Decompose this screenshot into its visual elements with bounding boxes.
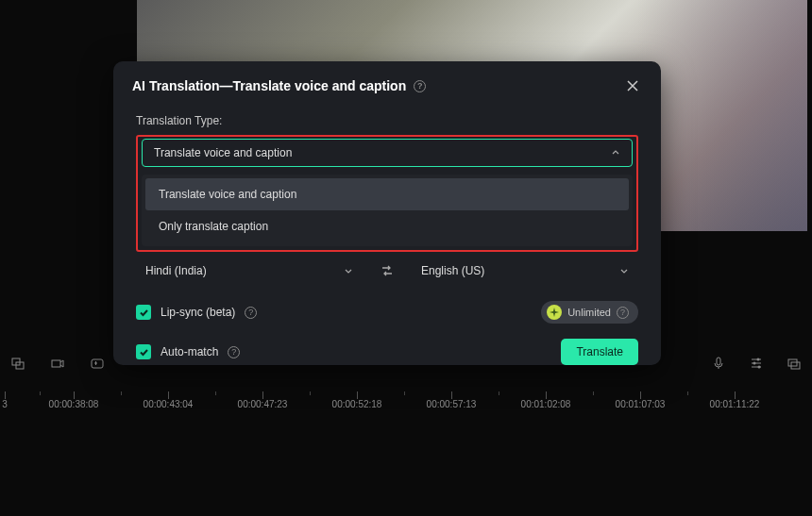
timeline-tick-minor <box>40 391 41 395</box>
automatch-label: Auto-match <box>161 345 218 358</box>
option-label: Translate voice and caption <box>159 188 296 201</box>
timeline-tick <box>546 391 547 399</box>
option-only-caption[interactable]: Only translate caption <box>145 210 629 242</box>
unlimited-text: Unlimited <box>567 307 611 318</box>
translation-type-select[interactable]: Translate voice and caption <box>142 139 633 167</box>
timeline-tick <box>735 391 736 399</box>
timeline-label: 00:00:38:08 <box>49 399 99 409</box>
target-language-select[interactable]: English (US) <box>412 258 638 284</box>
camera-tool-icon[interactable] <box>49 355 66 372</box>
close-button[interactable] <box>623 76 642 95</box>
svg-point-5 <box>757 358 760 361</box>
chevron-down-icon <box>344 266 353 275</box>
dialog-title: AI Translation—Translate voice and capti… <box>132 78 426 93</box>
timeline-tick <box>262 391 263 399</box>
svg-point-7 <box>758 366 761 369</box>
close-icon <box>626 79 639 92</box>
timeline-tick <box>74 391 75 399</box>
timeline-label: 00:00:57:13 <box>427 399 477 409</box>
translation-type-value: Translate voice and caption <box>154 146 292 159</box>
timeline-tick <box>451 391 452 399</box>
media-tool-icon[interactable] <box>9 355 26 372</box>
timeline-tick-minor <box>593 391 594 395</box>
svg-rect-2 <box>52 360 60 367</box>
dialog-title-text: AI Translation—Translate voice and capti… <box>132 78 406 93</box>
lipsync-toggle-group: Lip-sync (beta) ? <box>136 305 257 320</box>
automatch-toggle-group: Auto-match ? <box>136 344 240 359</box>
timeline-label: 3 <box>2 399 8 409</box>
help-icon[interactable]: ? <box>617 307 629 319</box>
dialog-body: Translation Type: Translate voice and ca… <box>113 107 661 380</box>
check-icon <box>139 308 149 318</box>
timeline-label: 00:01:07:03 <box>616 399 666 409</box>
timeline-label: 00:00:43:04 <box>144 399 194 409</box>
chevron-up-icon <box>611 148 620 158</box>
automatch-row: Auto-match ? Translate <box>136 339 638 365</box>
dialog-header: AI Translation—Translate voice and capti… <box>113 61 661 107</box>
lipsync-row: Lip-sync (beta) ? Unlimited ? <box>136 301 638 324</box>
automatch-checkbox[interactable] <box>136 344 151 359</box>
swap-languages-button[interactable] <box>376 259 398 282</box>
help-icon[interactable]: ? <box>414 80 426 92</box>
timeline-tick <box>168 391 169 399</box>
timeline-label: 00:00:52:18 <box>332 399 382 409</box>
swap-icon <box>380 263 395 278</box>
mic-tool-icon[interactable] <box>710 355 727 372</box>
help-icon[interactable]: ? <box>228 346 240 358</box>
timeline-label: 00:00:47:23 <box>238 399 288 409</box>
option-label: Only translate caption <box>159 220 268 233</box>
translate-button[interactable]: Translate <box>561 339 638 365</box>
timeline-tick-minor <box>404 391 405 395</box>
help-icon[interactable]: ? <box>245 307 257 319</box>
timeline-ruler[interactable]: 300:00:38:0800:00:43:0400:00:47:2300:00:… <box>0 391 812 420</box>
timeline-tick-minor <box>215 391 216 395</box>
star-icon <box>547 305 562 320</box>
lipsync-checkbox[interactable] <box>136 305 151 320</box>
timeline-tick-minor <box>687 391 688 395</box>
source-language-value: Hindi (India) <box>145 264 207 277</box>
timeline-tick <box>5 391 6 399</box>
check-icon <box>139 347 149 358</box>
svg-point-6 <box>753 362 756 365</box>
translation-type-options: Translate voice and caption Only transla… <box>142 175 633 246</box>
settings-tool-icon[interactable] <box>748 355 765 372</box>
unlimited-badge: Unlimited ? <box>541 301 638 324</box>
timeline-tick <box>640 391 641 399</box>
svg-rect-4 <box>717 358 720 365</box>
ai-translation-dialog: AI Translation—Translate voice and capti… <box>113 61 661 365</box>
timeline-tick <box>357 391 358 399</box>
timeline-tick-minor <box>121 391 122 395</box>
timeline-tick-minor <box>310 391 311 395</box>
timeline-label: 00:01:02:08 <box>521 399 571 409</box>
translation-type-label: Translation Type: <box>136 114 638 127</box>
source-language-select[interactable]: Hindi (India) <box>136 258 363 284</box>
target-language-value: English (US) <box>421 264 484 277</box>
toolbar-left <box>9 355 106 372</box>
timeline-tick-minor <box>499 391 499 395</box>
text-tool-icon[interactable] <box>89 355 106 372</box>
option-voice-and-caption[interactable]: Translate voice and caption <box>145 178 629 210</box>
toolbar-right <box>710 355 803 372</box>
chevron-down-icon <box>619 266 629 275</box>
language-row: Hindi (India) English (US) <box>136 258 638 284</box>
timeline-label: 00:01:11:22 <box>710 399 760 409</box>
export-tool-icon[interactable] <box>786 355 803 372</box>
dropdown-highlight: Translate voice and caption Translate vo… <box>136 135 638 252</box>
lipsync-label: Lip-sync (beta) <box>161 306 235 319</box>
